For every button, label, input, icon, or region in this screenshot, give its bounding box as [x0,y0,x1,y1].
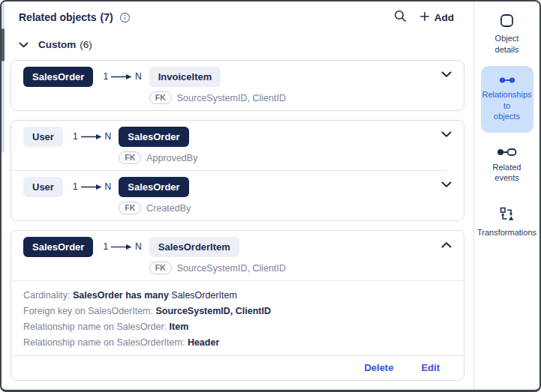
relationships-to-objects-icon [499,76,515,84]
section-custom[interactable]: Custom (6) [19,37,473,51]
sidebar-item-related-events[interactable]: Related events [493,148,521,184]
search-icon [394,10,407,25]
sidebar-item-label: details [495,44,519,55]
left-scrollbar-track[interactable] [2,3,5,153]
object-details-icon [500,13,514,28]
sidebar-item-label: Relationships to [482,89,531,111]
sidebar-item-label: events [494,172,518,184]
section-count: (6) [80,39,92,50]
edit-button[interactable]: Edit [421,362,440,373]
fk-columns: SourceSystemID, ClientID [177,263,286,274]
fk-columns: CreatedBy [146,203,191,214]
delete-button[interactable]: Delete [364,362,393,373]
object-pill-salesorder: SalesOrder [119,177,188,197]
cardinality-arrow: 1 N [73,181,111,192]
relationship-card-expanded: SalesOrder 1 N SalesOrderItem FK SourceS… [11,230,464,381]
sidebar-item-relationships-to-objects[interactable]: Relationships to objects [481,66,533,133]
fk-columns: SourceSystemID, ClientID [177,93,286,103]
object-pill-salesorder: SalesOrder [23,67,93,87]
fk-badge: FK [119,151,141,164]
fk-badge: FK [149,91,172,104]
foreign-key-row: FK CreatedBy [119,202,191,214]
info-icon[interactable] [119,12,131,23]
sidebar-item-label: Object [495,33,519,44]
related-objects-panel: Related objects (7) [0,0,541,392]
sidebar-item-label: objects [494,111,520,122]
fk-badge: FK [119,202,141,214]
cardinality-arrow: 1 N [103,71,141,82]
relationship-details: Cardinality: SalesOrder has many SalesOr… [11,281,464,355]
object-pill-salesorder: SalesOrder [23,237,93,257]
page-title: Related objects [19,11,96,23]
detail-relationship-name-salesorderitem: Relationship name on SalesOrderItem: Hea… [23,337,452,349]
foreign-key-row: FK SourceSystemID, ClientID [149,262,286,274]
object-pill-salesorder: SalesOrder [119,127,188,147]
cardinality-arrow: 1 N [103,241,141,252]
object-pill-user: User [23,177,63,197]
chevron-down-icon[interactable] [441,71,452,78]
related-objects-count: (7) [100,11,113,23]
detail-foreign-key: Foreign key on SalesOderItem: SourceSyst… [23,305,452,317]
sidebar-item-transformations[interactable]: Transformations [477,207,536,238]
chevron-up-icon[interactable] [441,241,452,248]
relationship-card: User 1 N SalesOrder FK ApprovedBy [11,120,464,221]
detail-cardinality: Cardinality: SalesOrder has many SalesOr… [23,289,452,301]
add-button-label: Add [434,12,454,23]
fk-columns: ApprovedBy [146,153,197,163]
related-events-icon [497,148,517,157]
arrow-right-icon [111,73,132,80]
section-label: Custom [38,39,76,50]
object-pill-user: User [23,127,63,147]
relationship-row[interactable]: SalesOrder 1 N InvoiceItem FK SourceSyst… [11,61,464,110]
relationship-card: SalesOrder 1 N InvoiceItem FK SourceSyst… [11,60,464,111]
search-button[interactable] [394,10,407,25]
transformations-icon [500,207,515,222]
chevron-down-icon[interactable] [441,181,452,188]
foreign-key-row: FK SourceSystemID, ClientID [149,91,286,104]
right-icon-rail: Object details Relationships to objects [473,1,539,390]
sidebar-item-label: Transformations [477,227,536,238]
cardinality-arrow: 1 N [73,131,111,142]
plus-icon [420,12,429,23]
chevron-down-icon[interactable] [441,131,452,138]
panel-header: Related objects (7) [11,9,473,25]
arrow-right-icon [81,184,102,190]
object-pill-salesorderitem: SalesOrderItem [149,237,239,257]
fk-badge: FK [149,262,172,274]
relationship-row[interactable]: User 1 N SalesOrder FK ApprovedBy [11,121,464,170]
relationship-row[interactable]: SalesOrder 1 N SalesOrderItem FK SourceS… [11,231,464,280]
arrow-right-icon [81,133,102,140]
add-button[interactable]: Add [420,12,454,23]
relationship-row[interactable]: User 1 N SalesOrder FK CreatedBy [11,171,464,220]
sidebar-item-label: Related [493,162,521,173]
detail-relationship-name-salesorder: Relationship name on SalesOrder: Item [23,321,452,333]
sidebar-item-object-details[interactable]: Object details [495,13,519,55]
main-content: Related objects (7) [2,1,473,390]
foreign-key-row: FK ApprovedBy [119,151,197,164]
card-footer: Delete Edit [11,356,464,380]
object-pill-invoiceitem: InvoiceItem [149,67,221,87]
chevron-down-icon[interactable] [19,37,29,51]
arrow-right-icon [111,244,132,250]
left-scrollbar-thumb[interactable] [2,28,5,61]
